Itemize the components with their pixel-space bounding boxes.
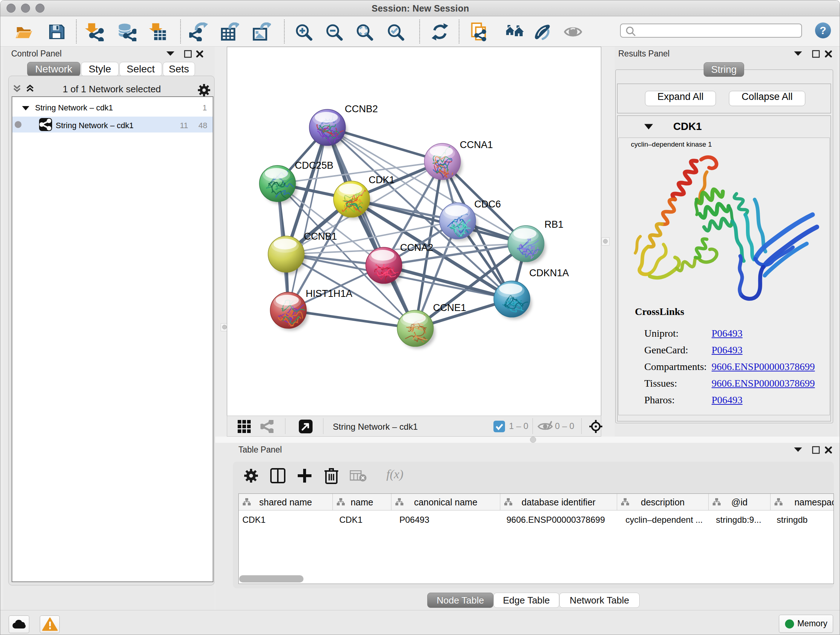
svg-text:CCNA2: CCNA2 [400,242,433,253]
svg-text:?: ? [820,24,826,36]
svg-text:RB1: RB1 [545,219,564,230]
svg-text:CCNA1: CCNA1 [460,139,493,150]
svg-text:CCNB1: CCNB1 [304,231,337,242]
svg-text:CDK1: CDK1 [369,174,395,185]
svg-text:HIST1H1A: HIST1H1A [306,288,352,299]
svg-text:CDC6: CDC6 [474,199,501,210]
svg-text:CCNB2: CCNB2 [345,103,378,114]
svg-text:CDC25B: CDC25B [295,160,333,171]
svg-text:CDKN1A: CDKN1A [529,268,569,279]
svg-text:CCNE1: CCNE1 [433,302,466,313]
